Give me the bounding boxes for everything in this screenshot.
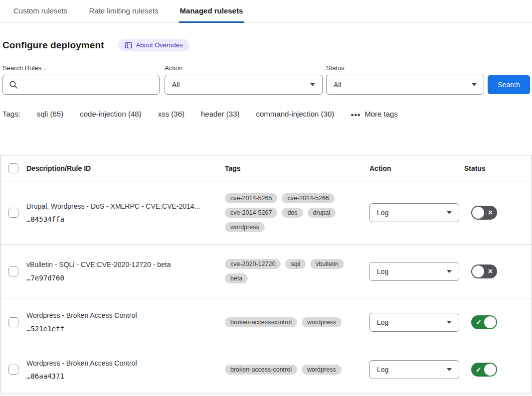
- rulesets-tabbar: Custom rulesets Rate limiting rulesets M…: [0, 0, 532, 22]
- rule-action-value: Log: [377, 209, 388, 217]
- chevron-down-icon: [472, 83, 477, 86]
- search-field: Search Rules...: [2, 64, 160, 95]
- select-all-checkbox[interactable]: [8, 163, 18, 173]
- rule-status-toggle[interactable]: ✓ ×: [471, 315, 497, 329]
- tag-chip: cve-2020-12720: [225, 259, 281, 269]
- column-header-action: Action: [369, 164, 464, 172]
- rule-id: …84534ffa: [26, 215, 213, 223]
- more-tags-label: More tags: [364, 110, 398, 118]
- page-title: Configure deployment: [2, 40, 104, 51]
- rule-id: …86aa4371: [26, 372, 213, 380]
- rule-action-select[interactable]: Log: [369, 203, 459, 222]
- tag-chip: sqli: [285, 259, 306, 269]
- filters-row: Search Rules... Action All Status: [2, 64, 532, 95]
- rule-description: Wordpress - Broken Access Control: [26, 311, 213, 320]
- rule-tags: broken-access-control wordpress: [225, 365, 369, 375]
- about-overrides-label: About Overrides: [136, 41, 183, 49]
- status-filter-field: Status All: [326, 64, 484, 95]
- table-header-row: Description/Rule ID Tags Action Status: [0, 155, 532, 181]
- rule-tags: cve-2020-12720 sqli vbulletin beta: [225, 259, 369, 283]
- rule-action-select[interactable]: Log: [369, 262, 459, 281]
- rule-action-value: Log: [377, 267, 388, 275]
- column-header-status: Status: [464, 164, 532, 172]
- tag-chip: broken-access-control: [225, 365, 297, 375]
- tag-chip: dos: [282, 208, 303, 218]
- tag-chip: broken-access-control: [225, 317, 297, 327]
- row-checkbox[interactable]: [8, 266, 18, 276]
- tags-bar: Tags: sqli (65) code-injection (48) xss …: [2, 110, 532, 118]
- check-icon: ✓: [476, 366, 482, 373]
- rule-action-value: Log: [377, 318, 388, 326]
- tag-chip: wordpress: [302, 365, 342, 375]
- row-checkbox[interactable]: [8, 365, 18, 375]
- tag-filter-code-injection[interactable]: code-injection (48): [80, 110, 141, 118]
- tag-chip: wordpress: [302, 317, 342, 327]
- search-rules-label: Search Rules...: [2, 64, 160, 72]
- book-icon: [125, 42, 132, 49]
- toggle-knob: [472, 265, 484, 277]
- tag-chip: beta: [225, 273, 248, 283]
- chevron-down-icon: [310, 83, 315, 86]
- action-filter-value: All: [172, 81, 180, 89]
- tag-chip: cve-2014-5266: [282, 193, 334, 203]
- x-icon: ×: [488, 209, 493, 217]
- table-row: Wordpress - Broken Access Control …86aa4…: [0, 346, 532, 394]
- rule-id: …521e1eff: [26, 325, 213, 333]
- status-filter-label: Status: [326, 64, 484, 72]
- rule-id: …7e97d760: [26, 274, 213, 282]
- rule-status-toggle[interactable]: ✓ ×: [471, 206, 497, 220]
- table-row: Wordpress - Broken Access Control …521e1…: [0, 298, 532, 346]
- tag-filter-xss[interactable]: xss (36): [158, 110, 184, 118]
- toggle-knob: [484, 364, 496, 376]
- tab-managed-rulesets[interactable]: Managed rulesets: [179, 6, 244, 23]
- action-filter-select[interactable]: All: [165, 75, 323, 95]
- tag-filter-sqli[interactable]: sqli (65): [37, 110, 63, 118]
- toggle-knob: [472, 207, 484, 219]
- rule-description: Wordpress - Broken Access Control: [26, 359, 213, 368]
- chevron-down-icon: [447, 368, 452, 371]
- table-row: Drupal, Wordpress - DoS - XMLRPC - CVE:C…: [0, 181, 532, 245]
- status-filter-value: All: [334, 81, 342, 89]
- status-filter-select[interactable]: All: [326, 75, 484, 95]
- rule-status-toggle[interactable]: ✓ ×: [471, 363, 497, 377]
- tag-filter-header[interactable]: header (33): [201, 110, 240, 118]
- tag-filter-command-injection[interactable]: command-injection (30): [256, 110, 335, 118]
- chevron-down-icon: [447, 270, 452, 273]
- search-button[interactable]: Search: [488, 75, 530, 94]
- more-tags-button[interactable]: ●●● More tags: [351, 110, 398, 118]
- search-icon: [9, 80, 18, 91]
- ellipsis-icon: ●●●: [351, 112, 360, 118]
- tab-custom-rulesets[interactable]: Custom rulesets: [12, 6, 68, 22]
- rule-description: Drupal, Wordpress - DoS - XMLRPC - CVE:C…: [26, 202, 213, 211]
- check-icon: ✓: [476, 319, 482, 326]
- rule-status-toggle[interactable]: ✓ ×: [471, 264, 497, 278]
- chevron-down-icon: [447, 211, 452, 214]
- heading-row: Configure deployment About Overrides: [2, 39, 532, 51]
- tag-chip: cve-2014-5265: [225, 193, 277, 203]
- tag-chip: cve-2014-5267: [225, 208, 277, 218]
- about-overrides-badge[interactable]: About Overrides: [118, 39, 189, 51]
- tag-chip: drupal: [308, 208, 336, 218]
- row-checkbox[interactable]: [8, 208, 18, 218]
- tag-chip: vbulletin: [310, 259, 344, 269]
- tab-rate-limiting-rulesets[interactable]: Rate limiting rulesets: [88, 6, 159, 22]
- rule-action-select[interactable]: Log: [369, 313, 459, 332]
- tag-chip: wordpress: [225, 222, 265, 232]
- rule-tags: cve-2014-5265 cve-2014-5266 cve-2014-526…: [225, 193, 369, 232]
- chevron-down-icon: [447, 321, 452, 324]
- action-filter-field: Action All: [165, 64, 323, 95]
- managed-rulesets-page: Custom rulesets Rate limiting rulesets M…: [0, 0, 532, 396]
- rule-tags: broken-access-control wordpress: [225, 317, 369, 327]
- row-checkbox[interactable]: [8, 317, 18, 327]
- column-header-description: Description/Rule ID: [26, 164, 225, 172]
- rule-description: vBulletin - SQLi - CVE:CVE-2020-12720 - …: [26, 261, 213, 269]
- table-row: vBulletin - SQLi - CVE:CVE-2020-12720 - …: [0, 245, 532, 298]
- managed-rules-table: Description/Rule ID Tags Action Status D…: [0, 155, 532, 394]
- action-filter-label: Action: [165, 64, 323, 72]
- column-header-tags: Tags: [225, 164, 369, 172]
- x-icon: ×: [488, 267, 493, 275]
- search-rules-input[interactable]: [2, 75, 160, 95]
- toggle-knob: [484, 316, 496, 328]
- rule-action-value: Log: [377, 366, 388, 374]
- rule-action-select[interactable]: Log: [369, 360, 459, 379]
